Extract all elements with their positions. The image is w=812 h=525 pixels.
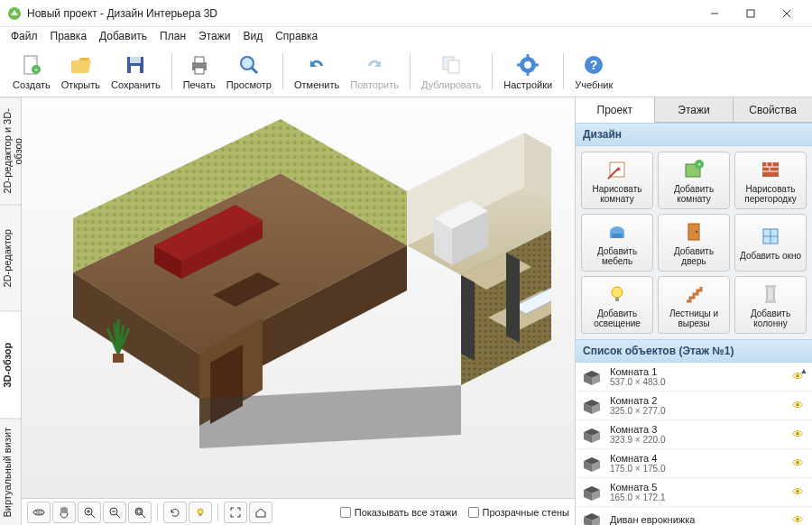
design-button-label: Добавить дверь [660, 246, 727, 266]
minimize-button[interactable] [697, 1, 733, 26]
undo-button[interactable]: Отменить [289, 51, 345, 92]
open-folder-button[interactable]: Открыть [56, 51, 106, 92]
menu-план[interactable]: План [154, 28, 191, 44]
maximize-button[interactable] [733, 1, 769, 26]
svg-rect-84 [612, 234, 623, 238]
zoom-in-button[interactable] [78, 502, 101, 523]
room-icon [581, 484, 603, 502]
objects-section-header: Список объектов (Этаж №1) [576, 339, 812, 363]
show-all-floors-checkbox[interactable]: Показывать все этажи [340, 507, 457, 518]
add-stairs-icon [682, 282, 706, 306]
print-button[interactable]: Печать [178, 51, 221, 92]
design-section-header: Дизайн [576, 123, 812, 146]
add-column-icon [759, 282, 782, 306]
toolbar-label: Отменить [294, 79, 339, 90]
side-tab-0[interactable]: 2D-редактор и 3D-обзор [0, 97, 21, 205]
add-column-button[interactable]: Добавить колонну [734, 276, 807, 334]
toolbar: +СоздатьОткрытьСохранитьПечатьПросмотрОт… [0, 45, 812, 97]
draw-room-button[interactable]: Нарисовать комнату [581, 152, 653, 209]
panel-tab-1[interactable]: Этажи [655, 97, 734, 122]
object-row-3[interactable]: Комната 4175.0 × 175.0👁 [576, 449, 812, 478]
svg-point-15 [241, 57, 254, 69]
object-row-0[interactable]: Комната 1537.0 × 483.0👁 [576, 363, 812, 391]
help-button[interactable]: ?Учебник [569, 51, 618, 92]
svg-rect-13 [195, 57, 204, 63]
rotate-360-button[interactable]: 360 [27, 502, 51, 523]
home-view-button[interactable] [249, 502, 272, 523]
fullscreen-button[interactable] [224, 502, 247, 523]
object-row-5[interactable]: Диван еврокнижка👁 [576, 507, 812, 525]
visibility-eye-icon[interactable]: 👁 [792, 399, 807, 412]
preview-button[interactable]: Просмотр [221, 51, 277, 92]
visibility-eye-icon[interactable]: 👁 [792, 428, 807, 441]
duplicate-icon [438, 52, 464, 78]
toolbar-label: Учебник [575, 79, 613, 90]
scroll-arrows[interactable]: ▲ [798, 364, 810, 377]
visibility-eye-icon[interactable]: 👁 [792, 456, 807, 470]
save-disk-button[interactable]: Сохранить [106, 51, 166, 92]
close-button[interactable] [769, 1, 805, 26]
object-name: Комната 3 [610, 424, 792, 435]
design-button-label: Добавить мебель [584, 246, 651, 266]
menubar: ФайлПравкаДобавитьПланЭтажиВидСправка [0, 27, 812, 45]
menu-справка[interactable]: Справка [270, 28, 323, 44]
redo-icon [362, 52, 387, 78]
menu-правка[interactable]: Правка [45, 28, 93, 44]
zoom-out-button[interactable] [103, 502, 126, 523]
preview-icon [236, 52, 262, 78]
zoom-fit-button[interactable] [128, 502, 152, 523]
menu-вид[interactable]: Вид [237, 28, 268, 44]
settings-button[interactable]: Настройки [498, 51, 558, 92]
add-window-button[interactable]: Добавить окно [734, 214, 807, 272]
add-room-button[interactable]: +Добавить комнату [658, 152, 730, 209]
side-tab-2[interactable]: 3D-обзор [0, 311, 21, 419]
svg-point-70 [198, 509, 203, 514]
add-window-icon [759, 225, 782, 248]
visibility-eye-icon[interactable]: 👁 [792, 513, 807, 526]
transparent-walls-checkbox[interactable]: Прозрачные стены [468, 507, 569, 518]
add-room-icon: + [682, 158, 706, 181]
reset-view-button[interactable] [163, 502, 187, 523]
add-furniture-button[interactable]: Добавить мебель [581, 214, 653, 272]
panel-tab-0[interactable]: Проект [576, 97, 655, 123]
svg-rect-17 [443, 57, 454, 69]
toolbar-label: Создать [13, 79, 51, 90]
light-button[interactable] [189, 502, 212, 523]
svg-line-65 [116, 514, 120, 518]
viewport-bottom-toolbar: 360 Показывать все этажи Прозрачные стен… [22, 498, 575, 525]
svg-point-67 [135, 508, 143, 515]
add-light-button[interactable]: Добавить освещение [581, 276, 653, 334]
side-tab-1[interactable]: 2D-редактор [0, 205, 21, 312]
panel-tab-2[interactable]: Свойства [734, 97, 812, 122]
new-file-icon: + [19, 52, 44, 78]
add-furniture-icon [605, 220, 629, 244]
titlebar: Новый проект - Дизайн Интерьера 3D [0, 0, 812, 27]
floorplan-3d [46, 110, 551, 471]
menu-файл[interactable]: Файл [5, 28, 43, 44]
toolbar-label: Просмотр [226, 79, 272, 90]
room-icon [581, 397, 603, 415]
draw-wall-button[interactable]: Нарисовать перегородку [734, 152, 807, 209]
scroll-up-icon[interactable]: ▲ [798, 364, 810, 377]
right-panel: ПроектЭтажиСвойства Дизайн Нарисовать ко… [576, 97, 812, 525]
design-buttons-grid: Нарисовать комнату+Добавить комнатуНарис… [576, 146, 812, 339]
visibility-eye-icon[interactable]: 👁 [792, 485, 807, 499]
menu-добавить[interactable]: Добавить [94, 28, 152, 44]
svg-rect-10 [130, 57, 141, 63]
design-button-label: Добавить комнату [660, 184, 727, 204]
design-button-label: Нарисовать перегородку [737, 184, 804, 204]
draw-room-icon [605, 158, 629, 181]
add-door-button[interactable]: Добавить дверь [658, 214, 730, 272]
object-row-4[interactable]: Комната 5165.0 × 172.1👁 [576, 478, 812, 507]
object-row-1[interactable]: Комната 2325.0 × 277.0👁 [576, 391, 812, 420]
object-row-2[interactable]: Комната 3323.9 × 220.0👁 [576, 420, 812, 449]
side-tab-3[interactable]: Виртуальный визит [0, 419, 21, 526]
object-list[interactable]: ▲ Комната 1537.0 × 483.0👁Комната 2325.0 … [576, 363, 812, 525]
add-stairs-button[interactable]: Лестницы и вырезы [658, 276, 730, 334]
menu-этажи[interactable]: Этажи [193, 28, 235, 44]
viewport-3d[interactable] [22, 97, 575, 498]
pan-button[interactable] [52, 502, 76, 523]
design-button-label: Добавить окно [740, 251, 801, 261]
object-dimensions: 325.0 × 277.0 [610, 406, 792, 416]
new-file-button[interactable]: +Создать [7, 51, 56, 92]
